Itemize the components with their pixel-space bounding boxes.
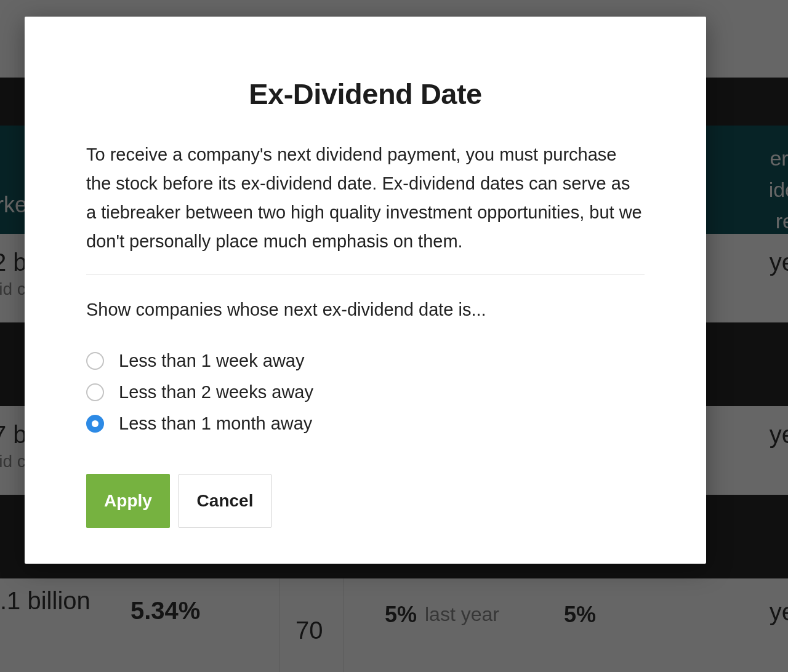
radio-option-1-week[interactable]: Less than 1 week away — [86, 351, 645, 371]
ex-dividend-modal: Ex-Dividend Date To receive a company's … — [25, 17, 706, 564]
filter-prompt: Show companies whose next ex-dividend da… — [86, 300, 645, 351]
radio-icon — [86, 352, 104, 370]
cancel-button[interactable]: Cancel — [179, 474, 271, 528]
radio-group: Less than 1 week away Less than 2 weeks … — [86, 351, 645, 474]
radio-label: Less than 1 month away — [119, 414, 312, 434]
radio-option-1-month[interactable]: Less than 1 month away — [86, 414, 645, 434]
radio-icon — [86, 383, 104, 401]
modal-description: To receive a company's next dividend pay… — [86, 140, 645, 274]
modal-title: Ex-Dividend Date — [86, 17, 645, 140]
radio-label: Less than 2 weeks away — [119, 382, 313, 402]
button-row: Apply Cancel — [86, 474, 645, 528]
apply-button[interactable]: Apply — [86, 474, 170, 528]
radio-label: Less than 1 week away — [119, 351, 304, 371]
radio-icon — [86, 415, 104, 433]
radio-option-2-weeks[interactable]: Less than 2 weeks away — [86, 382, 645, 402]
divider — [86, 274, 645, 275]
